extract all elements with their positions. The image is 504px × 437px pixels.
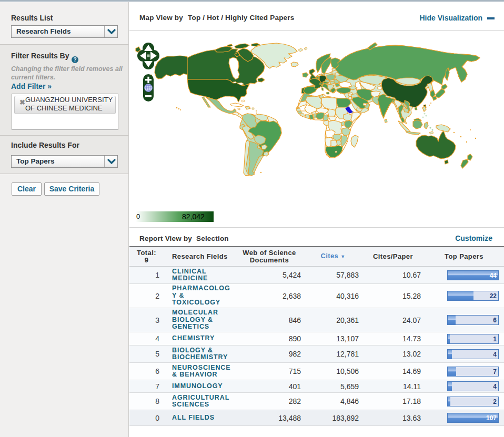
svg-text:0: 0: [136, 212, 140, 220]
svg-text:82,042: 82,042: [182, 212, 205, 221]
